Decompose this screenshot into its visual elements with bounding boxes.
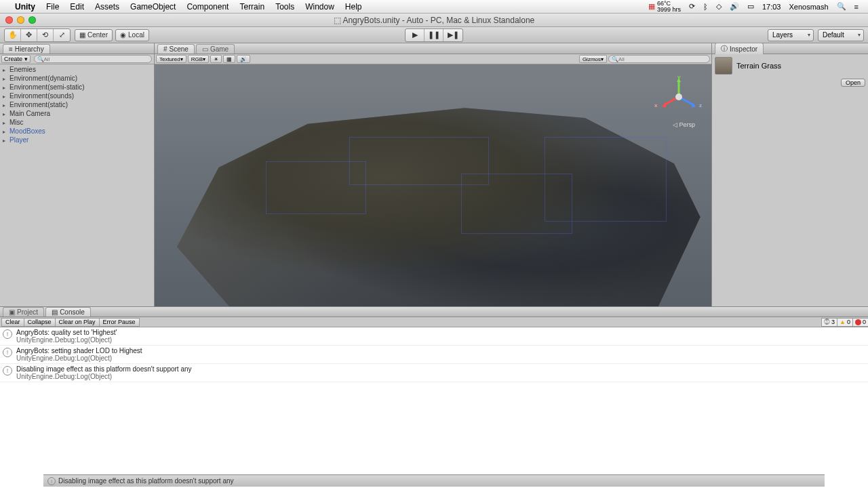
hierarchy-item[interactable]: Main Camera	[0, 109, 154, 118]
hierarchy-item[interactable]: MoodBoxes	[0, 127, 154, 136]
inspector-panel: ⓘ Inspector Terrain Grass Open	[712, 43, 868, 306]
rotate-tool[interactable]: ⟲	[37, 29, 54, 41]
transform-tools: ✋ ✥ ⟲ ⤢	[4, 28, 71, 42]
pause-button[interactable]: ❚❚	[425, 29, 443, 41]
orientation-gizmo[interactable]: y x z	[658, 77, 699, 117]
menu-help[interactable]: Help	[340, 2, 368, 12]
window-zoom-button[interactable]	[28, 16, 36, 24]
menu-edit[interactable]: Edit	[64, 2, 90, 12]
scale-tool[interactable]: ⤢	[54, 29, 70, 41]
menu-tools[interactable]: Tools	[270, 2, 300, 12]
project-tab[interactable]: ▣ Project	[3, 307, 44, 317]
scene-panel: # Scene ▭ Game Textured ▾ RGB ▾ ☀ ▦ 🔊 Gi…	[155, 43, 712, 306]
notifications-icon[interactable]: ≡	[850, 3, 863, 11]
info-icon: !	[3, 348, 12, 357]
bottom-panel: ▣ Project ▤ Console Clear Collapse Clear…	[0, 306, 868, 488]
asset-name: Terrain Grass	[736, 62, 781, 70]
shading-mode[interactable]: Textured ▾	[156, 55, 186, 63]
hierarchy-item[interactable]: Environment(semi-static)	[0, 83, 154, 92]
inspector-tab[interactable]: ⓘ Inspector	[715, 43, 764, 54]
spotlight-icon[interactable]: 🔍	[833, 2, 850, 11]
menu-gameobject[interactable]: GameObject	[125, 2, 181, 12]
bluetooth-icon[interactable]: ᛒ	[699, 3, 712, 11]
hierarchy-search[interactable]: 🔍All	[34, 55, 152, 63]
step-button[interactable]: ▶❚	[443, 29, 462, 41]
asset-thumbnail	[715, 57, 732, 75]
battery-icon[interactable]: ▭	[743, 2, 758, 11]
menu-assets[interactable]: Assets	[90, 2, 125, 12]
info-icon: !	[3, 366, 12, 375]
window-titlebar: ⬚ AngryBots.unity - Auto - PC, Mac & Lin…	[0, 14, 868, 27]
pivot-toggle[interactable]: ▦ Center	[75, 29, 113, 41]
render-mode[interactable]: RGB ▾	[188, 55, 209, 63]
hierarchy-tab[interactable]: ≡ Hierarchy	[3, 44, 50, 54]
warn-count[interactable]: ▲0	[837, 318, 853, 327]
window-title: ⬚ AngryBots.unity - Auto - PC, Mac & Lin…	[334, 16, 535, 25]
console-body[interactable]: ! AngryBots: quality set to 'Highest'Uni…	[0, 327, 868, 488]
hierarchy-create[interactable]: Create ▾	[1, 55, 31, 63]
menu-component[interactable]: Component	[181, 2, 234, 12]
scene-fx-toggle[interactable]: ▦	[223, 55, 235, 63]
weather-widget[interactable]: ▦ 66°C3999 hrs	[644, 1, 685, 13]
move-tool[interactable]: ✥	[21, 29, 37, 41]
gizmos-dropdown[interactable]: Gizmos ▾	[579, 55, 607, 63]
error-count[interactable]: 0	[852, 318, 868, 327]
layout-dropdown[interactable]: Default	[818, 29, 864, 41]
svg-marker-6	[692, 102, 696, 108]
clock[interactable]: 17:03	[758, 3, 785, 11]
wifi-icon[interactable]: ◇	[712, 2, 726, 11]
window-close-button[interactable]	[5, 16, 13, 24]
layers-dropdown[interactable]: Layers	[768, 29, 814, 41]
wireframe-icon	[266, 161, 366, 215]
unity-toolbar: ✋ ✥ ⟲ ⤢ ▦ Center ◉ Local ▶ ❚❚ ▶❚ Layers …	[0, 27, 868, 43]
scene-search[interactable]: 🔍All	[608, 55, 710, 63]
scene-viewport[interactable]: y x z ◁ Persp	[155, 64, 711, 306]
info-count[interactable]: ⓵3	[821, 318, 837, 327]
console-clear-on-play[interactable]: Clear on Play	[55, 318, 100, 327]
game-tab[interactable]: ▭ Game	[196, 44, 235, 54]
console-clear[interactable]: Clear	[1, 318, 24, 327]
console-tab[interactable]: ▤ Console	[45, 307, 91, 317]
wireframe-icon	[545, 137, 667, 222]
console-error-pause[interactable]: Error Pause	[99, 318, 140, 327]
console-log-entry[interactable]: ! Disabling image effect as this platfor…	[0, 364, 868, 382]
hierarchy-item[interactable]: Misc	[0, 118, 154, 127]
hierarchy-item[interactable]: Environment(static)	[0, 100, 154, 109]
lighting-toggle[interactable]: ☀	[210, 55, 222, 63]
volume-icon[interactable]: 🔊	[726, 2, 743, 11]
user-menu[interactable]: Xenosmash	[785, 3, 832, 11]
mac-menubar: Unity File Edit Assets GameObject Compon…	[0, 0, 868, 14]
menu-terrain[interactable]: Terrain	[234, 2, 270, 12]
window-minimize-button[interactable]	[17, 16, 24, 24]
svg-marker-5	[662, 102, 666, 108]
status-bar: ! Disabling image effect as this platfor…	[43, 474, 825, 487]
hierarchy-item[interactable]: Environment(dynamic)	[0, 74, 154, 83]
scene-tab[interactable]: # Scene	[157, 44, 195, 54]
menu-file[interactable]: File	[41, 2, 64, 12]
sync-icon[interactable]: ⟳	[685, 2, 699, 11]
space-toggle[interactable]: ◉ Local	[115, 29, 149, 41]
hierarchy-item[interactable]: Enemies	[0, 65, 154, 74]
svg-point-3	[675, 94, 682, 100]
hierarchy-panel: ≡ Hierarchy Create ▾ 🔍All Enemies Enviro…	[0, 43, 155, 306]
play-button[interactable]: ▶	[406, 29, 425, 41]
hierarchy-item[interactable]: Player	[0, 136, 154, 144]
projection-label[interactable]: ◁ Persp	[673, 121, 695, 128]
hand-tool[interactable]: ✋	[5, 29, 21, 41]
console-collapse[interactable]: Collapse	[24, 318, 56, 327]
info-icon: !	[3, 329, 12, 339]
menu-window[interactable]: Window	[300, 2, 340, 12]
console-log-entry[interactable]: ! AngryBots: quality set to 'Highest'Uni…	[0, 327, 868, 346]
audio-toggle[interactable]: 🔊	[237, 55, 250, 63]
menu-app[interactable]: Unity	[9, 2, 41, 12]
status-text: Disabling image effect as this platform …	[58, 477, 234, 485]
hierarchy-list[interactable]: Enemies Environment(dynamic) Environment…	[0, 64, 154, 306]
info-icon: !	[47, 477, 56, 485]
hierarchy-item[interactable]: Environment(sounds)	[0, 92, 154, 100]
open-asset-button[interactable]: Open	[841, 79, 865, 87]
play-controls: ▶ ❚❚ ▶❚	[405, 28, 463, 42]
console-log-entry[interactable]: ! AngryBots: setting shader LOD to Highe…	[0, 346, 868, 364]
